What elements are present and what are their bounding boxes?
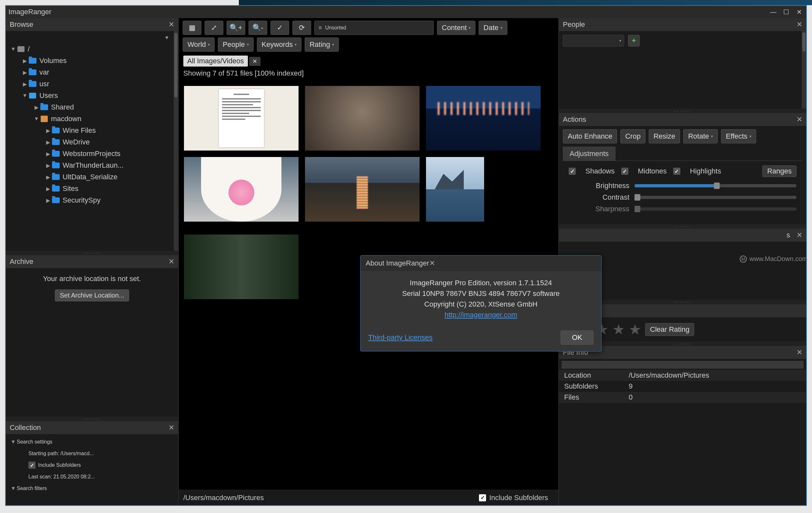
thumbnail-item[interactable] bbox=[305, 86, 419, 151]
tree-row[interactable]: ▶Wine Files bbox=[10, 125, 177, 136]
include-subfolders-checkbox[interactable]: ✓ bbox=[479, 494, 486, 502]
dialog-titlebar[interactable]: About ImageRanger ✕ bbox=[360, 255, 601, 271]
shadows-checkbox[interactable]: ✓ bbox=[569, 168, 576, 175]
zoom-out-button[interactable]: 🔍- bbox=[249, 21, 267, 35]
fullscreen-button[interactable]: ⤢ bbox=[205, 21, 223, 35]
people-dropdown[interactable]: ▾ bbox=[563, 35, 624, 47]
sort-dropdown[interactable]: ≡ Unsorted bbox=[314, 21, 434, 35]
drag-handle[interactable]: • • • • • • bbox=[559, 224, 806, 229]
drag-handle[interactable]: • • • • • • bbox=[6, 417, 178, 421]
ok-button[interactable]: OK bbox=[560, 330, 593, 345]
date-button[interactable]: Date▾ bbox=[478, 21, 507, 35]
midtones-checkbox[interactable]: ✓ bbox=[621, 168, 628, 175]
tree-row[interactable]: ▶WeDrive bbox=[10, 136, 177, 148]
thumbnail-item[interactable] bbox=[305, 157, 419, 222]
star-4[interactable]: ★ bbox=[612, 321, 625, 338]
crop-button[interactable]: Crop bbox=[620, 129, 645, 143]
collection-row[interactable]: Last scan: 21.05.2020 08:2... bbox=[10, 471, 174, 483]
tree-expand-icon[interactable]: ▶ bbox=[45, 174, 52, 180]
tree-row[interactable]: ▼/ bbox=[10, 43, 177, 55]
star-5[interactable]: ★ bbox=[629, 321, 641, 338]
collection-row[interactable]: Starting path: /Users/macd... bbox=[10, 448, 174, 459]
set-archive-location-button[interactable]: Set Archive Location... bbox=[55, 290, 129, 301]
tree-row[interactable]: ▶Volumes bbox=[10, 55, 177, 66]
zoom-in-button[interactable]: 🔍+ bbox=[227, 21, 245, 35]
tab-adjustments[interactable]: Adjustments bbox=[563, 147, 615, 161]
brightness-slider[interactable] bbox=[635, 184, 796, 187]
collapsed-close-icon[interactable]: ✕ bbox=[796, 231, 802, 239]
resize-button[interactable]: Resize bbox=[649, 129, 680, 143]
tree-expand-icon[interactable]: ▶ bbox=[33, 104, 40, 110]
keywords-button[interactable]: Keywords▾ bbox=[257, 37, 302, 52]
browse-scrollbar[interactable] bbox=[174, 31, 178, 251]
dialog-close-icon[interactable]: ✕ bbox=[429, 259, 435, 268]
effects-button[interactable]: Effects▾ bbox=[721, 129, 756, 143]
drag-handle[interactable]: • • • • • • bbox=[559, 109, 806, 113]
collection-checkbox[interactable]: ✓ bbox=[28, 462, 35, 469]
tree-expand-icon[interactable]: ▶ bbox=[21, 70, 28, 76]
filter-chip-remove-icon[interactable]: ✕ bbox=[249, 57, 260, 66]
people-close-icon[interactable]: ✕ bbox=[796, 20, 802, 29]
fileinfo-close-icon[interactable]: ✕ bbox=[796, 348, 802, 357]
tree-expand-icon[interactable]: ▼ bbox=[10, 46, 17, 52]
refresh-button[interactable]: ⟳ bbox=[292, 21, 311, 35]
collection-expand-icon[interactable]: ▼ bbox=[10, 486, 17, 491]
contrast-slider[interactable] bbox=[635, 196, 796, 199]
thumbnail-item[interactable] bbox=[184, 157, 298, 222]
auto-enhance-button[interactable]: Auto Enhance bbox=[563, 129, 617, 143]
drag-handle[interactable]: • • • • • • bbox=[6, 251, 178, 255]
collection-list[interactable]: ▼Search settingsStarting path: /Users/ma… bbox=[6, 434, 178, 505]
content-button[interactable]: Content▾ bbox=[437, 21, 475, 35]
tree-expand-icon[interactable]: ▶ bbox=[45, 139, 52, 145]
tree-expand-icon[interactable]: ▶ bbox=[45, 197, 52, 204]
tree-row[interactable]: ▼macdown bbox=[10, 113, 177, 125]
grid-view-button[interactable]: ▦ bbox=[183, 21, 201, 35]
tree-row[interactable]: ▶WarThunderLaun... bbox=[10, 160, 177, 171]
titlebar[interactable]: ImageRanger — ☐ ✕ bbox=[6, 6, 806, 18]
tree-expand-icon[interactable]: ▶ bbox=[45, 151, 52, 157]
collection-close-icon[interactable]: ✕ bbox=[169, 424, 174, 432]
collection-row[interactable]: ✓Include Subfolders bbox=[10, 459, 174, 471]
highlights-checkbox[interactable]: ✓ bbox=[673, 168, 680, 175]
tree-row[interactable]: ▶usr bbox=[10, 78, 177, 90]
dialog-website-link[interactable]: http://imageranger.com bbox=[444, 311, 517, 319]
tree-expand-icon[interactable]: ▶ bbox=[21, 81, 28, 87]
thumbnail-item[interactable] bbox=[426, 86, 541, 151]
thumbnail-item[interactable] bbox=[184, 86, 298, 151]
rotate-button[interactable]: Rotate▾ bbox=[683, 129, 718, 143]
tree-expand-icon[interactable]: ▶ bbox=[45, 186, 52, 192]
thumbnail-item[interactable] bbox=[184, 235, 298, 299]
tree-expand-icon[interactable]: ▼ bbox=[21, 93, 28, 99]
check-button[interactable]: ✓ bbox=[270, 21, 289, 35]
tree-expand-icon[interactable]: ▼ bbox=[33, 116, 40, 122]
tree-row[interactable]: ▶SecuritySpy bbox=[10, 194, 177, 206]
collection-row[interactable]: ▼Search filters bbox=[10, 483, 174, 494]
people-filter-button[interactable]: People▾ bbox=[218, 37, 254, 52]
world-button[interactable]: World▾ bbox=[183, 37, 214, 52]
tree-expand-icon[interactable]: ▶ bbox=[21, 58, 28, 64]
third-party-licenses-link[interactable]: Third-party Licenses bbox=[368, 333, 432, 342]
tree-row[interactable]: ▶Sites bbox=[10, 183, 177, 194]
tree-row[interactable]: ▶UltData_Serialize bbox=[10, 171, 177, 183]
tree-expand-icon[interactable]: ▶ bbox=[45, 162, 52, 169]
tree-expand-icon[interactable]: ▶ bbox=[45, 128, 52, 134]
tree-menu-caret-icon[interactable]: ▼ bbox=[163, 35, 170, 41]
thumbnail-item[interactable] bbox=[426, 157, 484, 222]
collection-row[interactable]: ▼Search settings bbox=[10, 436, 174, 448]
archive-close-icon[interactable]: ✕ bbox=[169, 258, 174, 266]
maximize-button[interactable]: ☐ bbox=[782, 7, 791, 17]
clear-rating-button[interactable]: Clear Rating bbox=[645, 323, 694, 336]
browse-tree[interactable]: ▼ ▼/▶Volumes▶var▶usr▼Users▶Shared▼macdow… bbox=[6, 31, 178, 251]
ranges-button[interactable]: Ranges bbox=[762, 165, 796, 177]
rating-filter-button[interactable]: Rating▾ bbox=[304, 37, 339, 52]
close-button[interactable]: ✕ bbox=[794, 7, 804, 17]
tree-row[interactable]: ▶Shared bbox=[10, 102, 177, 113]
tree-row[interactable]: ▼Users bbox=[10, 90, 177, 102]
people-scrollbar[interactable] bbox=[802, 31, 806, 109]
sharpness-slider[interactable] bbox=[635, 208, 796, 211]
collection-expand-icon[interactable]: ▼ bbox=[10, 439, 17, 445]
tree-row[interactable]: ▶WebstormProjects bbox=[10, 148, 177, 160]
browse-close-icon[interactable]: ✕ bbox=[169, 20, 174, 29]
actions-close-icon[interactable]: ✕ bbox=[796, 115, 802, 124]
tree-row[interactable]: ▶var bbox=[10, 66, 177, 78]
